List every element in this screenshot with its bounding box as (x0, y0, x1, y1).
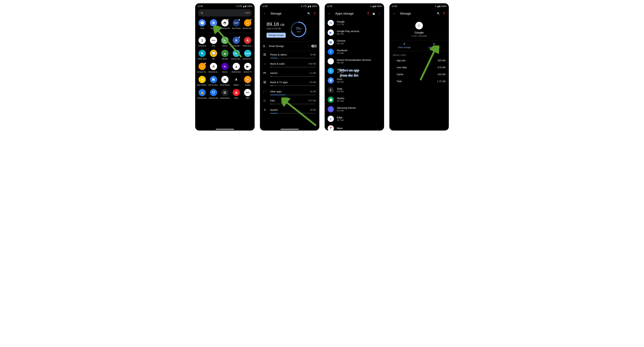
app-size: 490 MB (337, 62, 371, 64)
app-acorns[interactable]: •Acorns (220, 37, 230, 47)
app-android-auto[interactable]: ▲Android Auto (231, 63, 242, 73)
smart-storage-toggle[interactable] (311, 45, 317, 48)
category-other-apps[interactable]: ⋮⋮Other apps41 GB (260, 88, 319, 95)
app-row-chrome[interactable]: ◉Chrome551 MB (325, 37, 384, 47)
app-asus-router[interactable]: ≋ASUS Router (220, 76, 230, 86)
app-adobe-acro-[interactable]: AAdobe Acro... (242, 37, 253, 47)
back-button[interactable]: ← (262, 11, 268, 16)
app-row-zepp[interactable]: ΣZepp450 MB (325, 85, 384, 95)
app-adobe-scan[interactable]: ✎Adobe Scan (197, 50, 208, 60)
assistant-icon[interactable] (245, 13, 250, 13)
app-size: 307 MB (337, 119, 344, 121)
space-row-user-data: User data878 MB (389, 64, 449, 71)
overflow-menu-icon[interactable]: ⋮ (376, 11, 382, 16)
help-icon[interactable]: ❓ (365, 11, 371, 16)
app-athletic[interactable]: AAthletic (231, 76, 242, 86)
app-row-google[interactable]: GGoogle1.27 GB (325, 18, 384, 28)
category-photos-videos[interactable]: 🖼Photos & videos19 GB (260, 51, 319, 58)
app-amazon-ph-[interactable]: photosAmazon Ph... (242, 50, 253, 60)
app-appy-weath-[interactable]: ●Appy Weath... (197, 76, 208, 86)
app-row-sheets[interactable]: ▦Sheets397 MB (325, 95, 384, 104)
battery-label: 100% (441, 5, 446, 8)
category-music-audio[interactable]: ♪Music & audio0.82 GB (260, 60, 319, 67)
manage-storage-button[interactable]: Manage storage (266, 33, 286, 38)
clear-cache-button[interactable]: 🗑 Clear cache (419, 40, 449, 51)
back-button[interactable]: ← (391, 11, 397, 16)
app-audible[interactable]: ≈Audible (242, 76, 253, 86)
status-time: 11:00 (392, 5, 397, 8)
category-movie-tv-apps[interactable]: 🎬Movie & TV apps5.6 GB (260, 78, 319, 85)
help-icon[interactable]: ❓ (312, 11, 318, 16)
app-label: ASUS Router (220, 84, 230, 86)
category-system[interactable]: ⬇System19 GB (260, 106, 319, 113)
screen-apps-storage: 11:00 ▾ ◢ ▮ 100% ← Apps storage ❓ ▣ ⋮ GG… (325, 3, 384, 131)
annotation-text: Select an app from the list (339, 68, 359, 78)
app-clock[interactable]: 🕐Clock (197, 19, 208, 29)
app-name: Sheets (337, 97, 344, 100)
app-alltrails[interactable]: ▲AllTrails (220, 50, 230, 60)
app-authenticator[interactable]: 🛡Authenticator (208, 89, 219, 99)
nav-gesture-pill[interactable] (280, 129, 299, 130)
screen-storage: 11:00 ▾ LTE ◢ ▮ 100% ← Storage 🔍 ❓ 89.18… (260, 3, 319, 131)
clear-storage-button[interactable]: 🗑 Clear storage (389, 40, 419, 51)
category-icon: 🎮 (263, 71, 266, 75)
app-arts-cultu-[interactable]: 🏛Arts & Cultu... (208, 76, 219, 86)
app-allo[interactable]: 💬Allo (208, 50, 219, 60)
app-name: Samsung Internet (337, 107, 356, 109)
nav-gesture-pill[interactable] (216, 129, 234, 130)
help-icon[interactable]: ❓ (441, 11, 447, 16)
app-icon: ⚙ (210, 19, 217, 27)
app-row-maps[interactable]: 📍Maps (325, 124, 384, 131)
app-icon: ≣ (328, 77, 334, 84)
app-row-samsung-internet[interactable]: 🌐Samsung Internet319 MB (325, 104, 384, 114)
app-row-facebook[interactable]: fFacebook510 MB (325, 47, 384, 57)
app-settings[interactable]: ⚙Settings (208, 19, 219, 29)
app-icon: AAA (210, 37, 217, 44)
app-name: Facebook (337, 49, 348, 52)
app-icon: 🌐 (328, 106, 334, 112)
category-value: 0.82 GB (308, 63, 316, 65)
app-name: Chrome (337, 40, 346, 42)
app-label: AAA (212, 45, 215, 47)
app-label: Allo (212, 58, 215, 60)
app-row-device-personalization-services[interactable]: ·Device Personalization Services490 MB (325, 57, 384, 66)
app-pok-mon-go[interactable]: ◓Pokémon GO (220, 19, 230, 29)
category-name: Music & audio (270, 63, 308, 65)
space-key: Cache (397, 73, 403, 76)
app-1password[interactable]: 11Password (197, 37, 208, 47)
app-kami-home[interactable]: kamiKami Home (231, 19, 242, 29)
app-acronis-mo-[interactable]: AAcronis Mo... (231, 37, 242, 47)
app-american-ai-[interactable]: AAmerican Ai... (208, 63, 219, 73)
app-row-google-play-services[interactable]: ▶Google Play services631 MB (325, 28, 384, 37)
app-android-tv[interactable]: ▶Android TV (242, 63, 253, 73)
trash-icon: 🗑 (403, 43, 406, 45)
category-name: Files (270, 99, 308, 102)
search-bar[interactable]: G (198, 9, 252, 17)
app-amazon-sh-[interactable]: ⌣Amazon Sh... (197, 63, 208, 73)
app-authenticator[interactable]: 🔒Authenticator (197, 89, 208, 99)
app-icon: ▲ (233, 63, 240, 70)
category-value: 41 GB (310, 90, 316, 93)
search-icon[interactable]: 🔍 (436, 11, 441, 16)
app-amazon-ale-[interactable]: alexaAmazon Ale... (231, 50, 242, 60)
app-size: 551 MB (337, 43, 346, 45)
back-button[interactable]: ← (326, 11, 332, 16)
page-title: Apps storage (335, 12, 365, 15)
category-games[interactable]: 🎮Games2.1 GB (260, 69, 319, 76)
app-authenticator[interactable]: GAuthenticator (220, 89, 230, 99)
app-row-edge[interactable]: eEdge307 MB (325, 114, 384, 124)
app-authy[interactable]: ◎Authy (231, 89, 242, 99)
app-amazon-sh-[interactable]: ⌣Amazon Sh... (242, 19, 253, 29)
app-name: Edge (337, 116, 344, 119)
app-aaa[interactable]: AAAAAA (208, 37, 219, 47)
category-icon: ⋮⋮ (263, 90, 266, 93)
storage-used: 89.18 GB (266, 21, 286, 27)
smart-storage-row[interactable]: ☰ Smart Storage (260, 42, 319, 51)
app-b-h[interactable]: B&HB&H (242, 89, 253, 99)
category-files[interactable]: 🗀Files0.77 GB (260, 97, 319, 104)
search-icon[interactable]: 🔍 (306, 11, 312, 16)
app-anchor[interactable]: ∿Anchor (220, 63, 230, 73)
status-bar: 11:00 ▾ LTE ◢ ▮ 100% (195, 3, 255, 9)
app-icon: A (233, 37, 240, 44)
profile-icon[interactable]: ▣ (371, 11, 376, 16)
